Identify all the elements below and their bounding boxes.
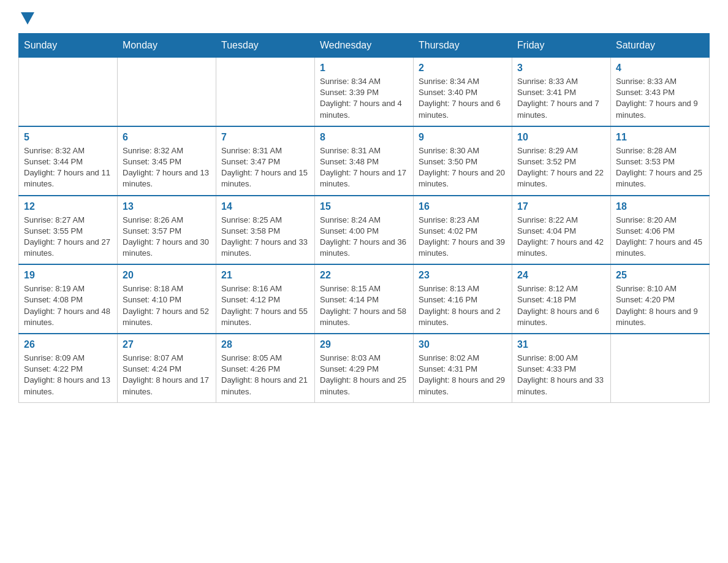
day-cell: 4Sunrise: 8:33 AM Sunset: 3:43 PM Daylig… [611,58,710,126]
day-info: Sunrise: 8:16 AM Sunset: 4:12 PM Dayligh… [221,283,309,328]
day-cell: 20Sunrise: 8:18 AM Sunset: 4:10 PM Dayli… [118,264,216,334]
day-number: 11 [616,132,704,143]
day-number: 12 [24,201,112,212]
day-cell: 5Sunrise: 8:32 AM Sunset: 3:44 PM Daylig… [19,126,118,196]
column-header-monday: Monday [118,34,216,58]
week-row-2: 5Sunrise: 8:32 AM Sunset: 3:44 PM Daylig… [19,126,710,196]
logo-triangle-icon [21,12,34,25]
day-number: 16 [419,201,507,212]
day-number: 26 [24,339,112,350]
day-number: 29 [320,339,408,350]
day-cell: 28Sunrise: 8:05 AM Sunset: 4:26 PM Dayli… [216,334,315,402]
day-cell: 25Sunrise: 8:10 AM Sunset: 4:20 PM Dayli… [611,264,710,334]
day-cell: 16Sunrise: 8:23 AM Sunset: 4:02 PM Dayli… [414,196,512,265]
day-number: 15 [320,201,408,212]
day-cell: 14Sunrise: 8:25 AM Sunset: 3:58 PM Dayli… [216,196,315,265]
column-header-thursday: Thursday [414,34,512,58]
day-cell: 11Sunrise: 8:28 AM Sunset: 3:53 PM Dayli… [611,126,710,196]
day-number: 20 [123,270,211,281]
day-number: 2 [419,63,507,74]
day-info: Sunrise: 8:10 AM Sunset: 4:20 PM Dayligh… [616,283,704,328]
day-number: 18 [616,201,704,212]
day-number: 6 [123,132,211,143]
column-header-friday: Friday [512,34,611,58]
day-cell: 23Sunrise: 8:13 AM Sunset: 4:16 PM Dayli… [414,264,512,334]
week-row-3: 12Sunrise: 8:27 AM Sunset: 3:55 PM Dayli… [19,196,710,265]
day-cell: 26Sunrise: 8:09 AM Sunset: 4:22 PM Dayli… [19,334,118,402]
column-header-tuesday: Tuesday [216,34,315,58]
column-header-saturday: Saturday [611,34,710,58]
week-row-4: 19Sunrise: 8:19 AM Sunset: 4:08 PM Dayli… [19,264,710,334]
day-cell: 1Sunrise: 8:34 AM Sunset: 3:39 PM Daylig… [315,58,414,126]
page-header [18,12,710,27]
day-info: Sunrise: 8:00 AM Sunset: 4:33 PM Dayligh… [517,353,605,397]
day-cell: 9Sunrise: 8:30 AM Sunset: 3:50 PM Daylig… [414,126,512,196]
day-cell: 3Sunrise: 8:33 AM Sunset: 3:41 PM Daylig… [512,58,611,126]
day-cell [216,58,315,126]
day-cell: 17Sunrise: 8:22 AM Sunset: 4:04 PM Dayli… [512,196,611,265]
day-info: Sunrise: 8:13 AM Sunset: 4:16 PM Dayligh… [419,283,507,328]
day-number: 24 [517,270,605,281]
day-number: 19 [24,270,112,281]
day-number: 17 [517,201,605,212]
day-number: 23 [419,270,507,281]
svg-marker-0 [21,12,34,25]
day-info: Sunrise: 8:20 AM Sunset: 4:06 PM Dayligh… [616,215,704,259]
day-info: Sunrise: 8:05 AM Sunset: 4:26 PM Dayligh… [221,353,309,397]
day-cell: 2Sunrise: 8:34 AM Sunset: 3:40 PM Daylig… [414,58,512,126]
day-number: 25 [616,270,704,281]
day-cell: 27Sunrise: 8:07 AM Sunset: 4:24 PM Dayli… [118,334,216,402]
day-number: 30 [419,339,507,350]
day-info: Sunrise: 8:15 AM Sunset: 4:14 PM Dayligh… [320,283,408,328]
day-info: Sunrise: 8:12 AM Sunset: 4:18 PM Dayligh… [517,283,605,328]
day-number: 5 [24,132,112,143]
day-info: Sunrise: 8:22 AM Sunset: 4:04 PM Dayligh… [517,215,605,259]
day-info: Sunrise: 8:27 AM Sunset: 3:55 PM Dayligh… [24,215,112,259]
day-cell: 15Sunrise: 8:24 AM Sunset: 4:00 PM Dayli… [315,196,414,265]
day-number: 21 [221,270,309,281]
day-cell: 7Sunrise: 8:31 AM Sunset: 3:47 PM Daylig… [216,126,315,196]
day-info: Sunrise: 8:18 AM Sunset: 4:10 PM Dayligh… [123,283,211,328]
day-number: 8 [320,132,408,143]
day-info: Sunrise: 8:34 AM Sunset: 3:39 PM Dayligh… [320,76,408,121]
calendar-table: SundayMondayTuesdayWednesdayThursdayFrid… [18,33,710,403]
day-info: Sunrise: 8:03 AM Sunset: 4:29 PM Dayligh… [320,353,408,397]
day-number: 7 [221,132,309,143]
day-cell: 24Sunrise: 8:12 AM Sunset: 4:18 PM Dayli… [512,264,611,334]
header-row: SundayMondayTuesdayWednesdayThursdayFrid… [19,34,710,58]
day-number: 4 [616,63,704,74]
day-info: Sunrise: 8:28 AM Sunset: 3:53 PM Dayligh… [616,145,704,190]
day-cell: 8Sunrise: 8:31 AM Sunset: 3:48 PM Daylig… [315,126,414,196]
week-row-5: 26Sunrise: 8:09 AM Sunset: 4:22 PM Dayli… [19,334,710,402]
day-cell: 30Sunrise: 8:02 AM Sunset: 4:31 PM Dayli… [414,334,512,402]
day-cell [118,58,216,126]
day-cell [611,334,710,402]
day-number: 31 [517,339,605,350]
week-row-1: 1Sunrise: 8:34 AM Sunset: 3:39 PM Daylig… [19,58,710,126]
day-cell [19,58,118,126]
day-info: Sunrise: 8:31 AM Sunset: 3:48 PM Dayligh… [320,145,408,190]
day-info: Sunrise: 8:19 AM Sunset: 4:08 PM Dayligh… [24,283,112,328]
day-info: Sunrise: 8:02 AM Sunset: 4:31 PM Dayligh… [419,353,507,397]
day-cell: 29Sunrise: 8:03 AM Sunset: 4:29 PM Dayli… [315,334,414,402]
day-number: 10 [517,132,605,143]
day-cell: 19Sunrise: 8:19 AM Sunset: 4:08 PM Dayli… [19,264,118,334]
day-info: Sunrise: 8:32 AM Sunset: 3:45 PM Dayligh… [123,145,211,190]
day-cell: 10Sunrise: 8:29 AM Sunset: 3:52 PM Dayli… [512,126,611,196]
day-cell: 12Sunrise: 8:27 AM Sunset: 3:55 PM Dayli… [19,196,118,265]
day-info: Sunrise: 8:34 AM Sunset: 3:40 PM Dayligh… [419,76,507,121]
day-number: 1 [320,63,408,74]
day-number: 27 [123,339,211,350]
column-header-sunday: Sunday [19,34,118,58]
day-number: 28 [221,339,309,350]
day-cell: 22Sunrise: 8:15 AM Sunset: 4:14 PM Dayli… [315,264,414,334]
day-cell: 21Sunrise: 8:16 AM Sunset: 4:12 PM Dayli… [216,264,315,334]
day-info: Sunrise: 8:31 AM Sunset: 3:47 PM Dayligh… [221,145,309,190]
logo [18,12,34,27]
day-number: 3 [517,63,605,74]
column-header-wednesday: Wednesday [315,34,414,58]
day-info: Sunrise: 8:33 AM Sunset: 3:43 PM Dayligh… [616,76,704,121]
day-cell: 18Sunrise: 8:20 AM Sunset: 4:06 PM Dayli… [611,196,710,265]
day-info: Sunrise: 8:29 AM Sunset: 3:52 PM Dayligh… [517,145,605,190]
day-number: 13 [123,201,211,212]
